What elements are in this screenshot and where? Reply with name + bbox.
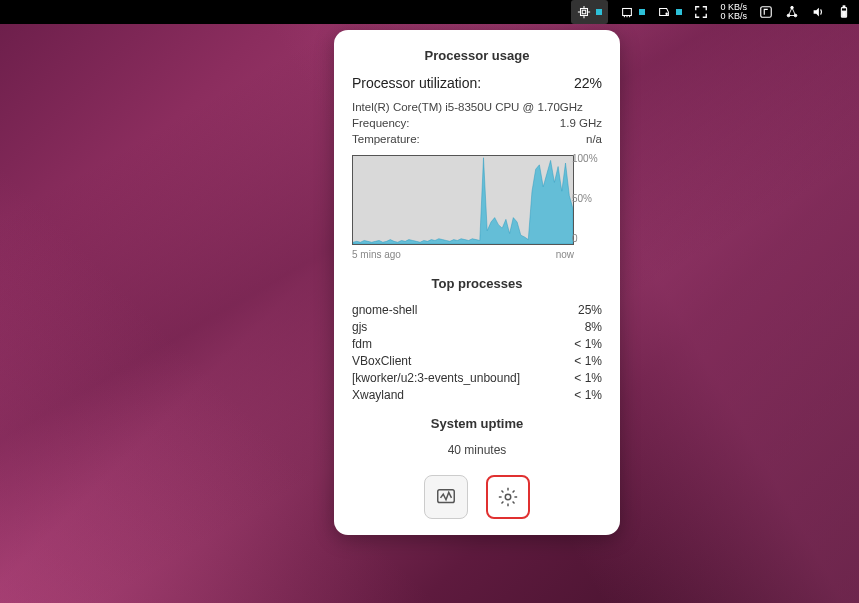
tray-memory-indicator[interactable] bbox=[620, 0, 645, 24]
chart-y-50: 50% bbox=[572, 193, 592, 204]
svg-line-15 bbox=[789, 8, 793, 16]
tray-netspeed[interactable]: 0 KB/s 0 KB/s bbox=[720, 0, 747, 24]
process-row: fdm< 1% bbox=[352, 337, 602, 351]
cpu-model: Intel(R) Core(TM) i5-8350U CPU @ 1.70GHz bbox=[352, 101, 583, 113]
process-pct: 25% bbox=[578, 303, 602, 317]
settings-button[interactable] bbox=[486, 475, 530, 519]
cpu-icon bbox=[577, 5, 591, 19]
section-title-uptime: System uptime bbox=[352, 416, 602, 431]
process-name: fdm bbox=[352, 337, 372, 351]
temperature-value: n/a bbox=[586, 133, 602, 145]
system-monitor-button[interactable] bbox=[424, 475, 468, 519]
svg-rect-20 bbox=[842, 11, 846, 16]
temperature-label: Temperature: bbox=[352, 133, 420, 145]
svg-rect-11 bbox=[761, 7, 772, 18]
tray-network[interactable] bbox=[785, 0, 799, 24]
tray-app-indicator[interactable] bbox=[759, 0, 773, 24]
process-row: VBoxClient< 1% bbox=[352, 354, 602, 368]
chart-y-0: 0 bbox=[572, 233, 578, 244]
app-square-icon bbox=[759, 5, 773, 19]
process-row: Xwayland< 1% bbox=[352, 388, 602, 402]
memory-bar-indicator bbox=[639, 9, 645, 15]
svg-line-16 bbox=[792, 8, 796, 16]
svg-rect-6 bbox=[623, 9, 632, 16]
process-name: Xwayland bbox=[352, 388, 404, 402]
section-title-top-processes: Top processes bbox=[352, 276, 602, 291]
disk-bar-indicator bbox=[676, 9, 682, 15]
frequency-value: 1.9 GHz bbox=[560, 117, 602, 129]
frequency-label: Frequency: bbox=[352, 117, 410, 129]
process-pct: < 1% bbox=[574, 354, 602, 368]
svg-point-10 bbox=[666, 13, 667, 14]
tray-volume[interactable] bbox=[811, 0, 825, 24]
uptime-value: 40 minutes bbox=[352, 443, 602, 457]
disk-icon bbox=[657, 5, 671, 19]
process-pct: < 1% bbox=[574, 337, 602, 351]
utilization-value: 22% bbox=[574, 75, 602, 91]
volume-icon bbox=[811, 5, 825, 19]
process-name: gnome-shell bbox=[352, 303, 417, 317]
chart-x-start: 5 mins ago bbox=[352, 249, 401, 260]
battery-icon bbox=[837, 5, 851, 19]
netspeed-up: 0 KB/s bbox=[720, 12, 747, 21]
memory-icon bbox=[620, 5, 634, 19]
tray-disk-indicator[interactable] bbox=[657, 0, 682, 24]
process-name: [kworker/u2:3-events_unbound] bbox=[352, 371, 520, 385]
tray-cpu-indicator[interactable] bbox=[571, 0, 608, 24]
svg-rect-1 bbox=[583, 10, 587, 14]
svg-rect-0 bbox=[581, 9, 588, 16]
svg-rect-19 bbox=[843, 6, 845, 8]
process-pct: < 1% bbox=[574, 388, 602, 402]
fullscreen-icon bbox=[694, 5, 708, 19]
process-pct: 8% bbox=[585, 320, 602, 334]
process-row: [kworker/u2:3-events_unbound]< 1% bbox=[352, 371, 602, 385]
section-title-processor: Processor usage bbox=[352, 48, 602, 63]
cpu-chart-container: 100% 50% 0 5 mins ago now bbox=[352, 155, 602, 260]
top-bar: 0 KB/s 0 KB/s bbox=[0, 0, 859, 24]
tray-fullscreen-indicator[interactable] bbox=[694, 0, 708, 24]
process-name: VBoxClient bbox=[352, 354, 411, 368]
process-list: gnome-shell25%gjs8%fdm< 1%VBoxClient< 1%… bbox=[352, 303, 602, 402]
svg-point-22 bbox=[505, 494, 511, 500]
chart-y-100: 100% bbox=[572, 153, 598, 164]
cpu-usage-chart bbox=[352, 155, 574, 245]
process-row: gnome-shell25% bbox=[352, 303, 602, 317]
process-pct: < 1% bbox=[574, 371, 602, 385]
utilization-label: Processor utilization: bbox=[352, 75, 481, 91]
tray-battery[interactable] bbox=[837, 0, 851, 24]
chart-x-end: now bbox=[556, 249, 574, 260]
processor-popup: Processor usage Processor utilization: 2… bbox=[334, 30, 620, 535]
cpu-bar-indicator bbox=[596, 9, 602, 15]
process-name: gjs bbox=[352, 320, 367, 334]
process-row: gjs8% bbox=[352, 320, 602, 334]
network-icon bbox=[785, 5, 799, 19]
